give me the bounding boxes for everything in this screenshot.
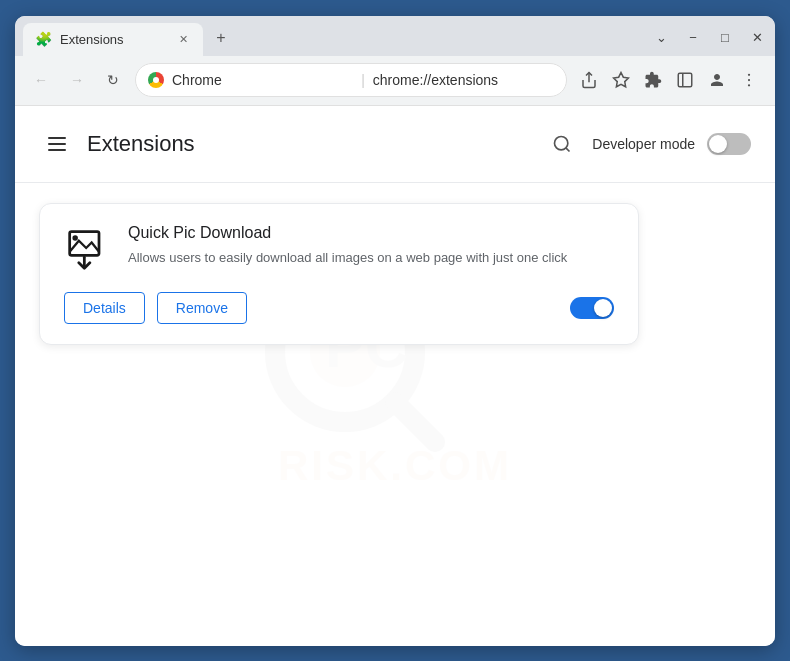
remove-button[interactable]: Remove — [157, 292, 247, 324]
page-title: Extensions — [87, 131, 544, 157]
developer-mode-label: Developer mode — [592, 136, 695, 152]
tab-close-button[interactable]: ✕ — [175, 31, 191, 47]
hamburger-line-2 — [48, 143, 66, 145]
svg-point-6 — [748, 84, 750, 86]
svg-line-8 — [395, 402, 435, 442]
tab-strip: 🧩 Extensions ✕ + — [23, 23, 651, 56]
page-content: PC RISK.COM Extensions Developer mode — [15, 106, 775, 646]
profile-button[interactable] — [703, 66, 731, 94]
extensions-list: Quick Pic Download Allows users to easil… — [15, 183, 775, 365]
card-top: Quick Pic Download Allows users to easil… — [64, 224, 614, 272]
address-divider: | — [361, 72, 365, 88]
svg-line-12 — [566, 147, 570, 151]
header-right: Developer mode — [544, 126, 751, 162]
browser-window: 🧩 Extensions ✕ + ⌄ − □ ✕ ← → ↻ Chrome | … — [15, 16, 775, 646]
svg-rect-2 — [678, 73, 692, 87]
extension-icon — [64, 224, 112, 272]
tab-title: Extensions — [60, 32, 167, 47]
hamburger-line-3 — [48, 149, 66, 151]
svg-rect-13 — [70, 231, 99, 255]
extensions-button[interactable] — [639, 66, 667, 94]
svg-point-11 — [555, 136, 568, 149]
developer-mode-toggle[interactable] — [707, 133, 751, 155]
extension-description: Allows users to easily download all imag… — [128, 248, 614, 268]
menu-button[interactable] — [735, 66, 763, 94]
toggle-knob — [709, 135, 727, 153]
share-button[interactable] — [575, 66, 603, 94]
title-bar: 🧩 Extensions ✕ + ⌄ − □ ✕ — [15, 16, 775, 56]
nav-bar: ← → ↻ Chrome | chrome://extensions — [15, 56, 775, 106]
card-bottom: Details Remove — [64, 292, 614, 324]
extension-info: Quick Pic Download Allows users to easil… — [128, 224, 614, 268]
svg-point-14 — [72, 235, 78, 241]
search-button[interactable] — [544, 126, 580, 162]
hamburger-icon — [48, 137, 66, 151]
chrome-label: Chrome — [172, 72, 353, 88]
address-url: chrome://extensions — [373, 72, 554, 88]
minimize-button[interactable]: − — [683, 28, 703, 48]
bookmark-button[interactable] — [607, 66, 635, 94]
refresh-button[interactable]: ↻ — [99, 66, 127, 94]
chrome-logo-icon — [148, 72, 164, 88]
svg-marker-1 — [614, 73, 629, 87]
extension-name: Quick Pic Download — [128, 224, 614, 242]
window-controls: ⌄ − □ ✕ — [651, 28, 767, 56]
nav-actions — [575, 66, 763, 94]
hamburger-line-1 — [48, 137, 66, 139]
tab-puzzle-icon: 🧩 — [35, 31, 52, 47]
close-button[interactable]: ✕ — [747, 28, 767, 48]
chevron-icon: ⌄ — [651, 28, 671, 48]
details-button[interactable]: Details — [64, 292, 145, 324]
back-button[interactable]: ← — [27, 66, 55, 94]
watermark-bottom: RISK.COM — [278, 442, 512, 490]
new-tab-button[interactable]: + — [207, 24, 235, 52]
extension-toggle-knob — [594, 299, 612, 317]
active-tab[interactable]: 🧩 Extensions ✕ — [23, 23, 203, 56]
address-bar[interactable]: Chrome | chrome://extensions — [135, 63, 567, 97]
maximize-button[interactable]: □ — [715, 28, 735, 48]
svg-point-5 — [748, 79, 750, 81]
svg-point-4 — [748, 74, 750, 76]
extension-toggle[interactable] — [570, 297, 614, 319]
extension-card: Quick Pic Download Allows users to easil… — [39, 203, 639, 345]
extensions-header: Extensions Developer mode — [15, 106, 775, 183]
forward-button[interactable]: → — [63, 66, 91, 94]
hamburger-menu-button[interactable] — [39, 126, 75, 162]
sidebar-button[interactable] — [671, 66, 699, 94]
